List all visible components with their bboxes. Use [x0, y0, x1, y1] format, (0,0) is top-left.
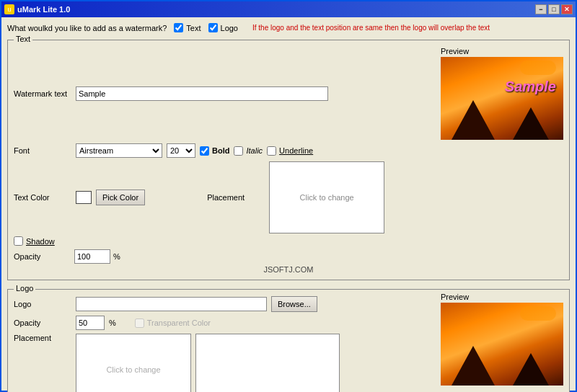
app-icon: u — [4, 4, 14, 14]
logo-preview-label: Preview — [441, 293, 469, 301]
pick-color-button[interactable]: Pick Color — [96, 190, 145, 205]
text-checkbox-group: Text — [174, 23, 201, 32]
color-label: Text Color — [14, 193, 71, 202]
cloud-decoration — [520, 61, 556, 75]
logo-label: Logo — [14, 300, 71, 308]
preview-sample-text: Sample — [505, 79, 556, 95]
watermark-question: What woulkd you like to add as a waterma… — [7, 24, 167, 32]
logo-opacity-label: Opacity — [14, 318, 71, 327]
bold-checkbox-group: Bold — [200, 146, 229, 156]
opacity-label: Opacity — [14, 252, 71, 261]
underline-checkbox[interactable] — [267, 146, 276, 156]
logo-opacity-unit: % — [109, 318, 116, 327]
minimize-button[interactable]: − — [535, 4, 547, 14]
title-buttons: − □ ✕ — [535, 4, 573, 14]
logo-left: Logo Browse... Opacity % Transparent Col… — [14, 293, 433, 392]
title-bar-left: u uMark Lite 1.0 — [4, 4, 70, 14]
text-group: Text Watermark text Preview Sample — [7, 40, 570, 280]
logo-placement-box2 — [195, 334, 340, 392]
text-preview-image: Sample — [441, 57, 563, 140]
logo-cloud-decoration — [520, 306, 556, 321]
logo-preview-section: Preview — [441, 293, 563, 392]
text-preview-label: Preview — [441, 47, 469, 55]
logo-checkbox-group: Logo — [208, 23, 238, 32]
watermark-row: Watermark text Preview Sample — [14, 47, 563, 140]
content-area: What woulkd you like to add as a waterma… — [1, 17, 576, 392]
opacity-unit: % — [113, 252, 120, 261]
watermark-text-label: Watermark text — [14, 89, 71, 98]
window-title: uMark Lite 1.0 — [17, 5, 70, 14]
text-placement-click-label: Click to change — [300, 193, 354, 202]
jsoftj-watermark: JSOFTJ.COM — [14, 265, 563, 274]
opacity-input[interactable] — [74, 249, 110, 264]
logo-placement-row: Placement Click to change — [14, 334, 433, 392]
bold-label: Bold — [212, 146, 229, 155]
italic-checkbox[interactable] — [234, 146, 243, 156]
logo-checkbox-label: Logo — [221, 24, 238, 32]
logo-group-label: Logo — [14, 284, 35, 293]
logo-opacity-row: Opacity % Transparent Color — [14, 316, 433, 330]
logo-checkbox[interactable] — [208, 23, 218, 32]
shadow-row: Shadow — [14, 236, 563, 246]
bold-checkbox[interactable] — [200, 146, 209, 156]
placement-label: Placement — [207, 193, 265, 202]
transparent-label: Transparent Color — [147, 318, 211, 327]
watermark-text-input[interactable] — [76, 86, 328, 101]
maximize-button[interactable]: □ — [548, 4, 560, 14]
logo-path-row: Logo Browse... — [14, 296, 433, 312]
color-swatch[interactable] — [76, 191, 92, 204]
overlap-warning: If the logo and the text position are sa… — [252, 24, 490, 32]
shadow-label: Shadow — [26, 237, 55, 246]
opacity-row: Opacity % — [14, 249, 563, 264]
font-size-select[interactable]: 20 — [167, 143, 195, 158]
logo-preview-area — [441, 303, 563, 386]
text-preview-area: Sample — [441, 57, 563, 140]
browse-button[interactable]: Browse... — [271, 296, 317, 312]
logo-opacity-input[interactable] — [76, 316, 105, 330]
italic-checkbox-group: Italic — [234, 146, 263, 156]
top-bar: What woulkd you like to add as a waterma… — [7, 22, 570, 34]
transparent-checkbox-group: Transparent Color — [135, 318, 211, 328]
logo-path-input[interactable] — [76, 297, 267, 311]
main-window: u uMark Lite 1.0 − □ ✕ What woulkd you l… — [0, 0, 577, 392]
logo-placement-box1[interactable]: Click to change — [76, 334, 191, 392]
close-button[interactable]: ✕ — [561, 4, 573, 14]
mountain-decoration — [513, 107, 549, 140]
logo-placement-label: Placement — [14, 334, 71, 342]
logo-click-to-change: Click to change — [106, 365, 160, 374]
color-placement-row: Text Color Pick Color Placement Click to… — [14, 161, 563, 233]
text-placement-area[interactable]: Click to change — [269, 161, 384, 233]
logo-preview-image — [441, 303, 563, 386]
underline-checkbox-group: Underline — [267, 146, 313, 156]
font-label: Font — [14, 146, 71, 155]
transparent-checkbox[interactable] — [135, 318, 144, 328]
logo-group: Logo Logo Browse... Opacity % — [7, 289, 570, 392]
logo-mountain-decoration — [513, 353, 549, 386]
text-checkbox[interactable] — [174, 23, 183, 32]
italic-label: Italic — [246, 146, 263, 155]
underline-label: Underline — [279, 146, 313, 155]
title-bar: u uMark Lite 1.0 − □ ✕ — [1, 1, 576, 17]
shadow-checkbox[interactable] — [14, 236, 23, 246]
text-group-label: Text — [14, 35, 32, 43]
font-row: Font Airstream 20 Bold Italic Underl — [14, 143, 563, 158]
font-select[interactable]: Airstream — [76, 143, 162, 158]
text-checkbox-label: Text — [186, 24, 201, 32]
